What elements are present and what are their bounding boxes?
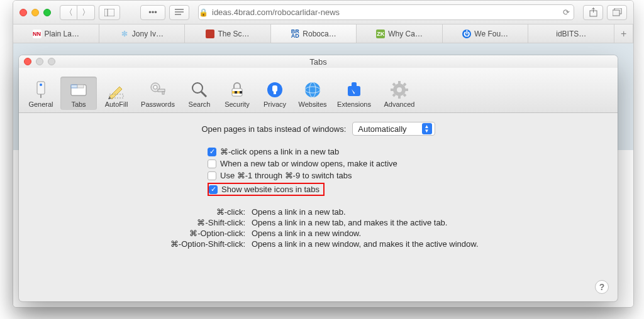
checkbox-cmd-click[interactable]: ✓ ⌘-click opens a link in a new tab (208, 147, 605, 156)
checkbox-icon: ✓ (209, 185, 218, 194)
tab-label: Plain La… (45, 30, 79, 38)
share-button[interactable] (583, 5, 603, 20)
site-settings-button[interactable]: ••• (140, 5, 165, 20)
search-icon (181, 79, 218, 100)
prefs-tab-privacy[interactable]: Privacy (257, 77, 293, 110)
prefs-tab-general[interactable]: General (23, 77, 59, 110)
svg-point-11 (40, 84, 42, 86)
checkbox-label: Use ⌘-1 through ⌘-9 to switch tabs (220, 171, 352, 180)
help-button[interactable]: ? (595, 280, 609, 294)
svg-line-45 (404, 84, 406, 85)
favicon-icon: ⏻ (462, 30, 471, 38)
prefs-tab-tabs[interactable]: Tabs (60, 77, 97, 110)
autofill-icon (98, 79, 135, 100)
prefs-tab-label: General (23, 100, 59, 108)
tab-item[interactable]: NN Plain La… (13, 24, 99, 43)
svg-rect-13 (71, 85, 77, 88)
svg-rect-14 (77, 85, 84, 88)
prefs-tab-websites[interactable]: Websites (294, 77, 331, 110)
sidebar-icon (104, 9, 114, 16)
shortcuts-table: ⌘-click: Opens a link in a new tab. ⌘-Sh… (31, 207, 605, 249)
close-window-icon[interactable] (24, 58, 31, 65)
prefs-tab-label: AutoFill (98, 100, 135, 108)
new-tab-button[interactable]: + (614, 24, 633, 43)
prefs-tab-autofill[interactable]: AutoFill (98, 77, 135, 110)
preferences-window: Tabs General Tabs AutoFill Passwords Sea… (19, 55, 618, 301)
svg-line-46 (393, 94, 395, 96)
open-pages-row: Open pages in tabs instead of windows: A… (31, 122, 605, 136)
sidebar-button[interactable] (99, 5, 120, 20)
tab-label: We Fou… (474, 30, 508, 38)
svg-point-31 (305, 82, 320, 97)
checkbox-label: When a new tab or window opens, make it … (220, 159, 397, 168)
svg-rect-26 (235, 91, 237, 94)
prefs-tab-label: Extensions (332, 100, 376, 108)
zoom-window-icon (48, 58, 55, 65)
lock-icon: 🔒 (199, 8, 208, 17)
svg-rect-8 (613, 10, 619, 16)
privacy-icon (257, 79, 293, 100)
reload-icon[interactable]: ⟳ (563, 8, 570, 17)
reader-button[interactable] (169, 5, 189, 20)
address-bar[interactable]: 🔒 ideas.4brad.com/robocarlidar-news ⟳ (198, 4, 574, 20)
prefs-tab-label: Security (219, 100, 255, 108)
share-icon (589, 8, 597, 17)
tab-bar: NN Plain La… ✻ Jony Iv… The Sc… BRAD Rob… (13, 24, 633, 43)
svg-point-38 (397, 87, 402, 92)
minimize-window-icon (36, 58, 43, 65)
svg-line-44 (404, 94, 406, 96)
favicon-icon: BRAD (291, 30, 299, 38)
select-arrows-icon: ▲▼ (422, 123, 432, 134)
favicon-icon: ✻ (120, 30, 129, 38)
tab-item-active[interactable]: BRAD Roboca… (271, 24, 357, 43)
security-icon (219, 79, 255, 100)
svg-rect-30 (274, 92, 276, 94)
checkbox-make-active[interactable]: When a new tab or window opens, make it … (208, 159, 605, 168)
prefs-tab-extensions[interactable]: Extensions (332, 77, 376, 110)
checkbox-show-favicons[interactable]: ✓ Show website icons in tabs (208, 183, 605, 196)
shortcut-key: ⌘-Shift-click: (31, 218, 245, 227)
tab-item[interactable]: idBITS… (528, 24, 614, 43)
highlighted-option: ✓ Show website icons in tabs (208, 183, 325, 196)
shortcut-desc: Opens a link in a new window. (252, 229, 605, 238)
prefs-tab-label: Websites (294, 100, 331, 108)
shortcut-key: ⌘-click: (31, 207, 245, 217)
svg-rect-20 (158, 89, 165, 92)
nav-buttons: 〈 〉 (60, 5, 95, 20)
tab-item[interactable]: ⏻ We Fou… (443, 24, 529, 43)
back-button[interactable]: 〈 (60, 5, 77, 20)
svg-point-22 (192, 83, 203, 93)
url-text: ideas.4brad.com/robocarlidar-news (212, 8, 340, 17)
checkbox-cmd-number[interactable]: Use ⌘-1 through ⌘-9 to switch tabs (208, 171, 605, 180)
svg-rect-34 (348, 86, 360, 96)
checkbox-label: ⌘-click opens a link in a new tab (220, 147, 339, 156)
prefs-title: Tabs (309, 57, 326, 67)
prefs-titlebar: Tabs (19, 55, 618, 68)
safari-titlebar: 〈 〉 ••• 🔒 ideas.4brad.com/robocarlidar-n… (13, 1, 633, 24)
prefs-tab-security[interactable]: Security (219, 77, 255, 110)
checkbox-icon: ✓ (208, 148, 216, 156)
svg-line-23 (201, 92, 206, 97)
prefs-tab-advanced[interactable]: Advanced (377, 77, 421, 110)
minimize-window-icon[interactable] (31, 9, 39, 16)
prefs-tab-passwords[interactable]: Passwords (136, 77, 180, 110)
checkbox-icon (208, 171, 216, 180)
checkbox-group: ✓ ⌘-click opens a link in a new tab When… (208, 147, 605, 196)
tab-item[interactable]: ✻ Jony Iv… (99, 24, 186, 43)
checkbox-label: Show website icons in tabs (221, 185, 319, 194)
tab-item[interactable]: The Sc… (185, 24, 271, 43)
close-window-icon[interactable] (19, 9, 27, 16)
tab-item[interactable]: ZK Why Ca… (357, 24, 443, 43)
prefs-tab-label: Tabs (60, 100, 97, 108)
tabs-overview-button[interactable] (607, 5, 627, 20)
websites-icon (294, 79, 331, 100)
prefs-tab-search[interactable]: Search (181, 77, 218, 110)
svg-marker-15 (109, 87, 122, 99)
open-pages-select[interactable]: Automatically ▲▼ (352, 122, 435, 136)
tab-label: Roboca… (303, 30, 336, 38)
prefs-window-controls (24, 58, 55, 65)
zoom-window-icon[interactable] (43, 9, 51, 16)
forward-button[interactable]: 〉 (77, 5, 95, 20)
prefs-tab-label: Advanced (377, 100, 421, 108)
open-pages-label: Open pages in tabs instead of windows: (201, 124, 346, 134)
